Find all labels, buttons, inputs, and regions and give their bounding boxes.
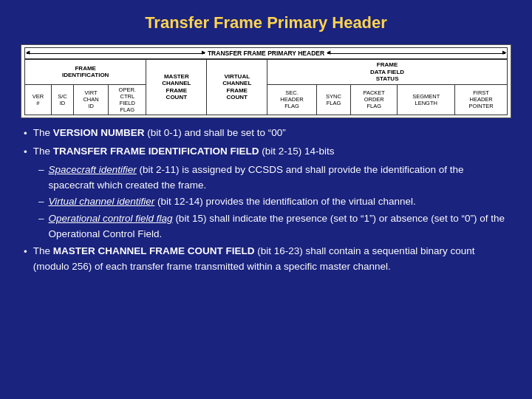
- sub-virt-chan: VIRTCHANID: [73, 84, 108, 115]
- sub-first-header: FIRSTHEADERPOINTER: [455, 84, 508, 115]
- sub-ver: VER#: [25, 84, 52, 115]
- sub-bullet-2b-text: Virtual channel identifier (bit 12-14) p…: [49, 194, 416, 210]
- bullet-3-text: The MASTER CHANNEL FRAME COUNT FIELD (bi…: [33, 244, 511, 275]
- col-frame-id: FRAMEIDENTIFICATION: [25, 60, 146, 85]
- col-frame-status: FRAMEDATA FIELDSTATUS: [267, 60, 508, 85]
- diagram: TRANSFER FRAME PRIMARY HEADER FRAMEIDENT…: [21, 44, 511, 118]
- sub-bullet-2c-dash: –: [38, 211, 44, 227]
- bullet-1-bold: VERSION NUMBER: [53, 127, 145, 138]
- bullet-2-bold: TRANSFER FRAME IDENTIFICATION FIELD: [53, 146, 259, 157]
- page: Transfer Frame Primary Header TRANSFER F…: [0, 0, 532, 399]
- arrow-left: [27, 53, 205, 54]
- header-row-1: FRAMEIDENTIFICATION MASTERCHANNELFRAMECO…: [25, 60, 508, 85]
- arrow-right: [327, 53, 505, 54]
- sub-oper-ctrl: OPER.CTRLFIELDFLAG: [109, 84, 146, 115]
- bullet-2: • The TRANSFER FRAME IDENTIFICATION FIEL…: [21, 144, 511, 160]
- sub-sc-id: S/CID: [51, 84, 73, 115]
- sub-seg-length: SEGMENTLENGTH: [398, 84, 455, 115]
- bullet-2-text: The TRANSFER FRAME IDENTIFICATION FIELD …: [33, 144, 511, 160]
- page-title: Transfer Frame Primary Header: [21, 13, 511, 33]
- bullet-3-bold: MASTER CHANNEL FRAME COUNT FIELD: [53, 245, 255, 256]
- sub-sec-header: SEC.HEADERFLAG: [267, 84, 317, 115]
- col-virtual-count: VIRTUALCHANNELFRAMECOUNT: [207, 60, 267, 115]
- spacecraft-identifier-label: Spacecraft identifier: [49, 164, 137, 175]
- bullet-1: • The VERSION NUMBER (bit 0-1) and shall…: [21, 126, 511, 142]
- bullet-3: • The MASTER CHANNEL FRAME COUNT FIELD (…: [21, 244, 511, 275]
- sub-bullet-2c-text: Operational control field flag (bit 15) …: [49, 211, 511, 242]
- sub-bullet-2a: – Spacecraft identifier (bit 2-11) is as…: [38, 163, 511, 194]
- sub-bullet-2b-dash: –: [38, 194, 44, 210]
- operational-control-label: Operational control field flag: [49, 213, 173, 224]
- diagram-top-label: TRANSFER FRAME PRIMARY HEADER: [208, 50, 324, 57]
- bullet-1-dot: •: [24, 126, 27, 142]
- sub-bullet-2b: – Virtual channel identifier (bit 12-14)…: [38, 194, 511, 210]
- sub-bullet-2a-text: Spacecraft identifier (bit 2-11) is assi…: [49, 163, 511, 194]
- virtual-channel-label: Virtual channel identifier: [49, 196, 155, 207]
- bullet-1-text: The VERSION NUMBER (bit 0-1) and shall b…: [33, 126, 511, 141]
- sub-packet-order: PACKETORDERFLAG: [351, 84, 398, 115]
- diagram-top-bar: TRANSFER FRAME PRIMARY HEADER: [24, 47, 508, 59]
- sub-sync-flag: SYNCFLAG: [316, 84, 350, 115]
- col-master-count: MASTERCHANNELFRAMECOUNT: [146, 60, 207, 115]
- bullet-2-dot: •: [24, 145, 27, 160]
- sub-bullet-2a-dash: –: [38, 163, 44, 178]
- diagram-table: FRAMEIDENTIFICATION MASTERCHANNELFRAMECO…: [24, 59, 508, 115]
- sub-bullet-2c: – Operational control field flag (bit 15…: [38, 211, 511, 242]
- content-area: • The VERSION NUMBER (bit 0-1) and shall…: [21, 126, 511, 277]
- bullet-3-dot: •: [24, 245, 27, 260]
